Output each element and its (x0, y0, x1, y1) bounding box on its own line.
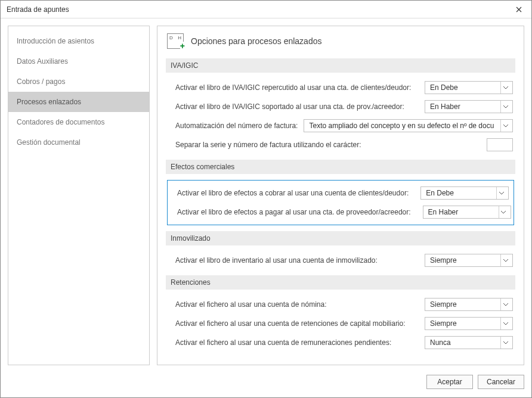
page-title: Opciones para procesos enlazados (191, 36, 321, 46)
chevron-down-icon (496, 187, 506, 199)
label-efectos-pagar: Activar el libro de efectos a pagar al u… (177, 208, 411, 216)
sidebar-item-label: Gestión documental (17, 138, 81, 147)
select-inmov-inventario[interactable]: Siempre (425, 254, 513, 267)
page-icon-h: H (178, 35, 181, 41)
row-inmov-inventario: Activar el libro de inventario al usar u… (175, 254, 513, 267)
sidebar-item-label: Procesos enlazados (17, 98, 81, 106)
row-ret-remun: Activar el fichero al usar una cuenta de… (175, 336, 513, 349)
chevron-down-icon (500, 101, 510, 113)
select-iva-soportado[interactable]: En Haber (425, 100, 513, 113)
select-value: En Haber (430, 102, 460, 111)
label-iva-autonum: Automatización del número de factura: (175, 122, 298, 130)
row-iva-autonum: Automatización del número de factura: Te… (175, 119, 513, 132)
label-inmov-inventario: Activar el libro de inventario al usar u… (175, 256, 378, 265)
row-iva-soportado: Activar el libro de IVA/IGIC soportado a… (175, 100, 513, 113)
row-iva-repercutido: Activar el libro de IVA/IGIC repercutido… (175, 81, 513, 94)
label-ret-nomina: Activar el fichero al usar una cuenta de… (175, 300, 326, 309)
row-efectos-pagar: Activar el libro de efectos a pagar al u… (177, 206, 509, 219)
select-iva-autonum[interactable]: Texto ampliado del concepto y en su defe… (304, 119, 513, 132)
button-label: Cancelar (487, 378, 515, 386)
row-ret-capital: Activar el fichero al usar una cuenta de… (175, 317, 513, 330)
select-value: Siempre (430, 319, 457, 328)
section-head-iva: IVA/IGIC (166, 58, 515, 73)
select-value: Siempre (430, 256, 457, 265)
sidebar-item-label: Introducción de asientos (17, 37, 94, 45)
cancel-button[interactable]: Cancelar (478, 375, 524, 389)
sidebar-item-datos-aux[interactable]: Datos Auxiliares (8, 51, 149, 71)
dialog-body: Introducción de asientos Datos Auxiliare… (1, 18, 531, 372)
section-body-iva: Activar el libro de IVA/IGIC repercutido… (166, 77, 515, 155)
select-efectos-cobrar[interactable]: En Debe (420, 186, 509, 200)
sidebar-item-label: Cobros / pagos (17, 77, 65, 86)
sidebar-item-label: Contadores de documentos (17, 118, 104, 126)
select-value: En Haber (428, 208, 459, 216)
section-body-inmovilizado: Activar el libro de inventario al usar u… (166, 250, 515, 270)
page-header: D H + Opciones para procesos enlazados (166, 33, 515, 49)
sidebar: Introducción de asientos Datos Auxiliare… (8, 26, 150, 365)
select-value: En Debe (430, 83, 458, 92)
section-body-efectos: Activar el libro de efectos a cobrar al … (167, 180, 514, 225)
select-ret-remun[interactable]: Nunca (425, 336, 513, 349)
label-iva-repercutido: Activar el libro de IVA/IGIC repercutido… (175, 83, 411, 92)
section-head-inmovilizado: Inmovilizado (166, 231, 515, 245)
row-efectos-cobrar: Activar el libro de efectos a cobrar al … (177, 186, 509, 200)
close-button[interactable] (506, 1, 531, 18)
main-panel: D H + Opciones para procesos enlazados I… (157, 26, 524, 365)
select-iva-repercutido[interactable]: En Debe (425, 81, 513, 94)
label-iva-soportado: Activar el libro de IVA/IGIC soportado a… (175, 102, 404, 111)
input-iva-separador[interactable] (487, 138, 513, 151)
label-ret-capital: Activar el fichero al usar una cuenta de… (175, 319, 406, 328)
ok-button[interactable]: Aceptar (426, 375, 473, 389)
sidebar-item-cobros-pagos[interactable]: Cobros / pagos (8, 71, 149, 92)
chevron-down-icon (499, 206, 508, 218)
row-ret-nomina: Activar el fichero al usar una cuenta de… (175, 298, 513, 311)
dialog-footer: Aceptar Cancelar (1, 372, 531, 397)
select-efectos-pagar[interactable]: En Haber (423, 206, 511, 219)
chevron-down-icon (500, 120, 510, 132)
page-icon-d: D (169, 35, 173, 41)
window-title: Entrada de apuntes (7, 5, 69, 14)
select-ret-capital[interactable]: Siempre (425, 317, 513, 330)
label-efectos-cobrar: Activar el libro de efectos a cobrar al … (177, 189, 409, 197)
label-iva-separador: Separar la serie y número de factura uti… (175, 141, 361, 149)
select-ret-nomina[interactable]: Siempre (425, 298, 513, 311)
dialog-window: Entrada de apuntes Introducción de asien… (0, 0, 532, 398)
chevron-down-icon (500, 254, 510, 266)
chevron-down-icon (500, 337, 510, 349)
sidebar-item-contadores[interactable]: Contadores de documentos (8, 112, 149, 132)
section-head-efectos: Efectos comerciales (166, 160, 515, 174)
chevron-down-icon (500, 82, 510, 94)
select-value: Nunca (430, 338, 451, 347)
section-head-retenciones: Retenciones (166, 275, 515, 290)
sidebar-item-label: Datos Auxiliares (17, 57, 68, 66)
row-iva-separador: Separar la serie y número de factura uti… (175, 138, 513, 151)
sidebar-item-gestion-doc[interactable]: Gestión documental (8, 132, 149, 153)
chevron-down-icon (500, 298, 510, 310)
sidebar-item-introduccion[interactable]: Introducción de asientos (8, 31, 149, 51)
page-icon: D H + (167, 33, 184, 49)
plus-icon: + (180, 42, 185, 50)
close-icon (516, 5, 522, 14)
button-label: Aceptar (437, 378, 462, 386)
sidebar-item-procesos-enlazados[interactable]: Procesos enlazados (8, 92, 149, 112)
select-value: Texto ampliado del concepto y en su defe… (309, 122, 494, 130)
titlebar: Entrada de apuntes (1, 1, 531, 18)
select-value: En Debe (426, 189, 454, 197)
section-body-retenciones: Activar el fichero al usar una cuenta de… (166, 294, 515, 353)
label-ret-remun: Activar el fichero al usar una cuenta de… (175, 338, 391, 347)
select-value: Siempre (430, 300, 457, 309)
chevron-down-icon (500, 318, 510, 329)
